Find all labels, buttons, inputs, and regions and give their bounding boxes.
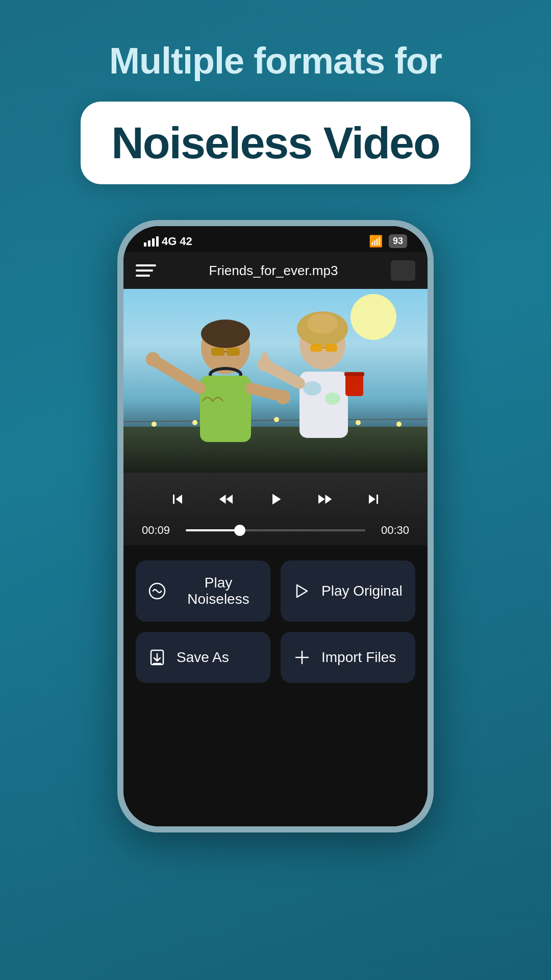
import-files-icon <box>291 646 313 669</box>
app-bar-title: Friends_for_ever.mp3 <box>166 263 381 279</box>
network-type: 4G <box>162 235 177 248</box>
svg-rect-13 <box>211 348 224 356</box>
svg-point-37 <box>261 352 269 366</box>
import-files-label: Import Files <box>321 649 396 666</box>
play-original-button[interactable]: Play Original <box>281 560 415 622</box>
import-files-button[interactable]: Import Files <box>281 632 415 683</box>
progress-fill <box>186 529 240 531</box>
total-time: 00:30 <box>373 524 409 537</box>
play-original-icon <box>291 580 313 602</box>
svg-point-12 <box>201 320 250 348</box>
save-as-button[interactable]: Save As <box>136 632 270 683</box>
svg-rect-2 <box>123 427 428 473</box>
actions-area: Play Noiseless Play Original <box>123 545 428 826</box>
svg-rect-14 <box>227 348 240 356</box>
play-pause-button[interactable] <box>261 485 290 513</box>
svg-rect-30 <box>299 372 348 438</box>
svg-rect-17 <box>200 376 251 442</box>
rewind-button[interactable] <box>212 485 241 513</box>
phone-notch <box>230 226 321 248</box>
wifi-icon: 📶 <box>369 235 383 248</box>
save-as-label: Save As <box>177 649 229 666</box>
svg-point-21 <box>276 390 290 404</box>
svg-point-19 <box>146 352 160 366</box>
phone-inner: 4G 42 📶 93 Friends_for_ever.mp3 <box>123 226 428 826</box>
play-original-label: Play Original <box>321 583 403 599</box>
headline-text: Noiseless Video <box>111 117 439 169</box>
action-row-2: Save As Import Files <box>136 632 415 683</box>
progress-thumb[interactable] <box>234 525 245 536</box>
phone-mockup: 4G 42 📶 93 Friends_for_ever.mp3 <box>117 220 434 832</box>
progress-track[interactable] <box>186 529 365 531</box>
svg-rect-33 <box>345 373 363 396</box>
controls-area: 00:09 00:30 <box>123 473 428 545</box>
app-bar: Friends_for_ever.mp3 <box>123 252 428 289</box>
play-noiseless-button[interactable]: Play Noiseless <box>136 560 270 622</box>
svg-point-26 <box>307 313 338 334</box>
svg-point-32 <box>325 393 340 405</box>
svg-rect-27 <box>310 344 322 352</box>
headline-box: Noiseless Video <box>81 102 470 184</box>
clock: 42 <box>180 235 192 248</box>
fast-forward-button[interactable] <box>310 485 339 513</box>
play-noiseless-icon <box>146 580 168 602</box>
svg-point-10 <box>396 422 402 427</box>
svg-rect-34 <box>344 372 364 376</box>
svg-rect-28 <box>325 344 337 352</box>
svg-marker-39 <box>297 585 307 597</box>
progress-bar-area: 00:09 00:30 <box>139 524 412 537</box>
svg-point-1 <box>350 294 396 340</box>
video-area <box>123 289 428 473</box>
action-row-1: Play Noiseless Play Original <box>136 560 415 622</box>
skip-next-button[interactable] <box>359 485 388 513</box>
svg-point-4 <box>152 422 157 427</box>
svg-point-31 <box>303 381 321 396</box>
playback-controls <box>139 485 412 513</box>
current-time: 00:09 <box>142 524 178 537</box>
overflow-menu-icon[interactable] <box>391 260 415 281</box>
header-line1: Multiple formats for <box>109 41 442 81</box>
skip-prev-button[interactable] <box>163 485 192 513</box>
video-scene <box>123 289 428 473</box>
play-noiseless-label: Play Noiseless <box>177 575 260 607</box>
hamburger-menu-icon[interactable] <box>136 264 156 277</box>
save-as-icon <box>146 646 168 669</box>
signal-icon <box>144 236 159 247</box>
battery-indicator: 93 <box>389 234 407 248</box>
svg-point-5 <box>192 420 197 425</box>
svg-point-7 <box>274 417 279 422</box>
svg-point-9 <box>356 420 361 425</box>
